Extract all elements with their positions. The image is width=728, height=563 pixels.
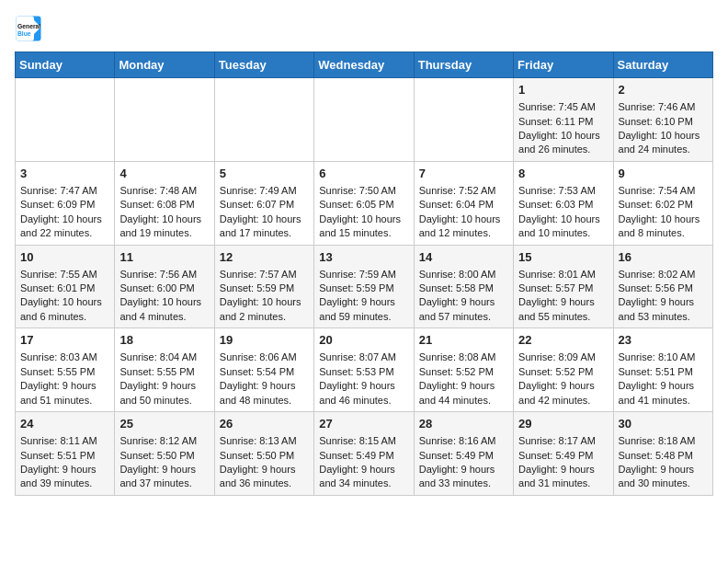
day-info: Sunset: 5:52 PM (419, 365, 508, 379)
day-info: Sunset: 5:59 PM (319, 282, 408, 295)
day-number: 28 (419, 416, 508, 432)
day-info: Sunrise: 8:18 AM (619, 434, 708, 448)
header-cell-sunday: Sunday (16, 52, 115, 78)
day-number: 7 (419, 166, 508, 182)
day-info: Sunrise: 7:53 AM (518, 184, 608, 198)
day-number: 4 (119, 166, 209, 182)
day-number: 15 (518, 249, 608, 266)
day-info: Sunrise: 7:52 AM (419, 184, 508, 198)
day-number: 2 (619, 82, 708, 98)
calendar-header: SundayMondayTuesdayWednesdayThursdayFrid… (16, 52, 713, 78)
day-number: 19 (220, 332, 309, 349)
day-cell: 22Sunrise: 8:09 AMSunset: 5:52 PMDayligh… (514, 328, 613, 412)
day-info: Sunset: 6:04 PM (419, 198, 508, 212)
day-info: Sunrise: 8:12 AM (119, 434, 209, 448)
day-number: 22 (518, 332, 608, 349)
day-cell: 4Sunrise: 7:48 AMSunset: 6:08 PMDaylight… (115, 161, 214, 245)
day-cell: 18Sunrise: 8:04 AMSunset: 5:55 PMDayligh… (115, 328, 214, 412)
day-info: Daylight: 9 hours and 55 minutes. (518, 295, 608, 324)
day-info: Sunrise: 8:13 AM (220, 434, 309, 448)
day-number: 12 (220, 249, 309, 266)
day-info: Sunset: 6:01 PM (20, 282, 109, 295)
day-cell: 16Sunrise: 8:02 AMSunset: 5:56 PMDayligh… (613, 245, 712, 328)
day-number: 3 (20, 166, 109, 182)
day-info: Sunset: 5:52 PM (518, 365, 608, 379)
day-number: 27 (319, 416, 408, 432)
week-row-4: 17Sunrise: 8:03 AMSunset: 5:55 PMDayligh… (16, 328, 713, 412)
calendar-body: 1Sunrise: 7:45 AMSunset: 6:11 PMDaylight… (16, 78, 713, 496)
day-info: Daylight: 9 hours and 48 minutes. (220, 379, 309, 408)
day-info: Sunrise: 8:01 AM (518, 268, 608, 282)
header-cell-friday: Friday (514, 52, 613, 78)
day-info: Daylight: 10 hours and 26 minutes. (518, 129, 608, 157)
day-cell: 24Sunrise: 8:11 AMSunset: 5:51 PMDayligh… (16, 412, 115, 496)
day-number: 29 (518, 416, 608, 432)
day-number: 25 (119, 416, 209, 432)
day-number: 9 (619, 166, 708, 182)
day-cell: 8Sunrise: 7:53 AMSunset: 6:03 PMDaylight… (514, 161, 613, 245)
day-info: Sunrise: 7:50 AM (319, 184, 408, 198)
day-info: Sunset: 5:59 PM (220, 282, 309, 295)
day-info: Sunrise: 7:49 AM (220, 184, 309, 198)
day-cell: 1Sunrise: 7:45 AMSunset: 6:11 PMDaylight… (514, 78, 613, 162)
day-number: 30 (619, 416, 708, 432)
day-info: Sunset: 6:02 PM (619, 198, 708, 212)
day-cell (16, 78, 115, 162)
header-cell-saturday: Saturday (613, 52, 712, 78)
day-info: Daylight: 10 hours and 6 minutes. (20, 295, 109, 324)
header-cell-tuesday: Tuesday (214, 52, 313, 78)
week-row-3: 10Sunrise: 7:55 AMSunset: 6:01 PMDayligh… (16, 245, 713, 328)
day-cell: 29Sunrise: 8:17 AMSunset: 5:49 PMDayligh… (514, 412, 613, 496)
day-cell (214, 78, 313, 162)
day-cell: 26Sunrise: 8:13 AMSunset: 5:50 PMDayligh… (214, 412, 313, 496)
day-info: Sunset: 6:05 PM (319, 198, 408, 212)
day-info: Sunset: 6:03 PM (518, 198, 608, 212)
day-cell: 12Sunrise: 7:57 AMSunset: 5:59 PMDayligh… (214, 245, 313, 328)
day-info: Sunset: 5:49 PM (518, 449, 608, 463)
day-number: 11 (119, 249, 209, 266)
day-info: Daylight: 9 hours and 41 minutes. (619, 379, 708, 408)
day-cell: 7Sunrise: 7:52 AMSunset: 6:04 PMDaylight… (414, 161, 513, 245)
day-info: Sunset: 5:50 PM (119, 449, 209, 463)
day-cell: 14Sunrise: 8:00 AMSunset: 5:58 PMDayligh… (414, 245, 513, 328)
day-info: Sunrise: 8:17 AM (518, 434, 608, 448)
day-number: 17 (20, 332, 109, 349)
day-info: Sunset: 5:55 PM (20, 365, 109, 379)
day-info: Sunrise: 8:15 AM (319, 434, 408, 448)
day-cell: 21Sunrise: 8:08 AMSunset: 5:52 PMDayligh… (414, 328, 513, 412)
day-info: Sunset: 6:07 PM (220, 198, 309, 212)
day-info: Daylight: 9 hours and 36 minutes. (220, 463, 309, 491)
day-cell (115, 78, 214, 162)
day-info: Sunrise: 7:57 AM (220, 268, 309, 282)
day-info: Sunset: 6:09 PM (20, 198, 109, 212)
day-info: Sunrise: 7:56 AM (119, 268, 209, 282)
day-info: Daylight: 9 hours and 44 minutes. (419, 379, 508, 408)
day-info: Daylight: 9 hours and 37 minutes. (119, 463, 209, 491)
day-info: Daylight: 10 hours and 24 minutes. (619, 129, 708, 157)
day-cell (414, 78, 513, 162)
day-info: Sunrise: 8:00 AM (419, 268, 508, 282)
day-cell: 17Sunrise: 8:03 AMSunset: 5:55 PMDayligh… (16, 328, 115, 412)
day-number: 21 (419, 332, 508, 349)
day-cell: 27Sunrise: 8:15 AMSunset: 5:49 PMDayligh… (314, 412, 414, 496)
day-info: Sunset: 5:55 PM (119, 365, 209, 379)
day-info: Sunset: 5:53 PM (319, 365, 408, 379)
day-number: 14 (419, 249, 508, 266)
day-info: Daylight: 9 hours and 31 minutes. (518, 463, 608, 491)
day-info: Daylight: 10 hours and 8 minutes. (619, 213, 708, 241)
day-info: Daylight: 10 hours and 2 minutes. (220, 295, 309, 324)
day-number: 8 (518, 166, 608, 182)
day-info: Sunrise: 7:55 AM (20, 268, 109, 282)
day-info: Sunset: 5:51 PM (619, 365, 708, 379)
day-cell: 23Sunrise: 8:10 AMSunset: 5:51 PMDayligh… (613, 328, 712, 412)
page-header: General Blue (15, 15, 713, 42)
day-cell: 28Sunrise: 8:16 AMSunset: 5:49 PMDayligh… (414, 412, 513, 496)
day-number: 20 (319, 332, 408, 349)
day-info: Daylight: 9 hours and 34 minutes. (319, 463, 408, 491)
day-info: Sunrise: 7:47 AM (20, 184, 109, 198)
svg-text:Blue: Blue (17, 30, 31, 37)
day-info: Daylight: 9 hours and 30 minutes. (619, 463, 708, 491)
day-number: 6 (319, 166, 408, 182)
day-number: 13 (319, 249, 408, 266)
day-info: Daylight: 9 hours and 33 minutes. (419, 463, 508, 491)
